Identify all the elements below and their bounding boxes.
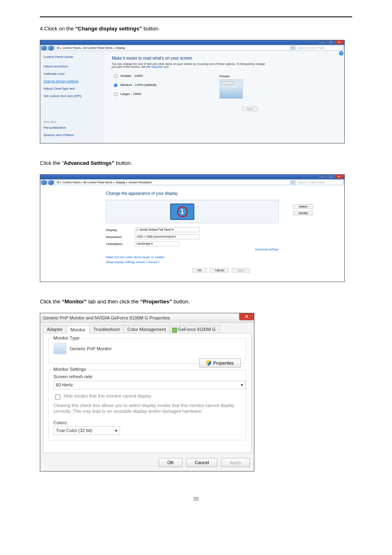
cancel-button[interactable]: Cancel [210,268,229,273]
ok-button[interactable]: OK [192,268,207,273]
nav-forward-icon[interactable] [48,180,54,185]
search-input[interactable]: Search Control Panel [296,46,343,50]
close-button[interactable]: ✕ [335,175,343,178]
step-2-text: Click the “Advanced Settings” button. [40,160,352,166]
monitor-icon [53,343,67,354]
shield-icon [206,360,211,366]
minimize-button[interactable]: – [318,175,327,178]
close-button[interactable]: ✕ [335,40,343,44]
sidebar-item-custom-dpi[interactable]: Set custom text size (DPI) [44,92,101,99]
minimize-button[interactable]: – [318,40,327,44]
colors-label: Colors: [53,420,241,425]
screenshot-display-panel: – □ ✕ ⚙▸ Control Panel▸ All Control Pane… [40,40,345,143]
monitor-name: Generic PnP Monitor [70,346,112,351]
tab-strip: Adapter Monitor Troubleshoot Color Manag… [40,323,254,333]
control-panel-home-link[interactable]: Control Panel Home [44,55,101,59]
link-larger-smaller[interactable]: Make text and other items larger or smal… [106,255,279,260]
monitor-type-group: Monitor Type Generic PnP Monitor Propert… [48,338,246,364]
apply-button[interactable]: Apply [242,106,258,111]
content-heading: Make it easier to read what's on your sc… [112,56,337,60]
display-label: Display: [106,228,135,232]
preview-area: Preview [219,75,243,99]
chevron-down-icon: ▾ [241,382,243,388]
sidebar-item-cleartype[interactable]: Adjust ClearType text [44,85,101,92]
sidebar-item-change-display-settings[interactable]: Change display settings [44,78,101,85]
dialog-title: Generic PnP Monitor and NVIDIA GeForce 9… [40,313,254,323]
hide-modes-label: Hide modes that this monitor cannot disp… [64,393,151,398]
sidebar-item-calibrate-color[interactable]: Calibrate color [44,70,101,77]
tab-color-management[interactable]: Color Management [123,325,170,333]
orientation-select[interactable]: Landscape ▾ [135,241,179,246]
resolution-select[interactable]: 1920 × 1080 (recommended) ▾ [135,234,200,239]
screenshot-monitor-properties: Generic PnP Monitor and NVIDIA GeForce 9… [40,313,254,472]
monitor-icon[interactable]: 1 [170,204,194,220]
resolution-label: Resolution: [106,235,135,239]
content-description: You can change the size of text and othe… [112,62,268,68]
chevron-down-icon: ▾ [115,428,118,433]
maximize-button[interactable]: □ [327,40,335,44]
window-titlebar: – □ ✕ [40,40,344,45]
close-button[interactable]: ✕ [239,313,254,320]
tab-monitor[interactable]: Monitor [67,326,90,333]
refresh-rate-select[interactable]: 60 Hertz▾ [53,381,246,389]
apply-button[interactable]: Apply [232,268,250,273]
breadcrumb[interactable]: ⚙▸ Control Panel▸ All Control Panel Item… [55,46,290,50]
properties-button[interactable]: Properties [199,358,241,368]
link-which-settings[interactable]: What display settings should I choose? [106,260,279,265]
window-titlebar: – □ ✕ [40,175,344,179]
ok-button[interactable]: OK [159,458,182,467]
monitor-preview-box: 1 Detect Identify [106,200,279,223]
nav-back-icon[interactable] [41,180,47,185]
sidebar-item-personalization[interactable]: Personalization [44,124,101,131]
step-3-text: Click the “Monitor” tab and then click t… [40,298,352,305]
preview-image [219,79,243,99]
detect-button[interactable]: Detect [293,204,313,209]
hide-modes-hint: Clearing this check box allows you to se… [53,402,241,414]
tab-adapter[interactable]: Adapter [43,325,67,333]
breadcrumb[interactable]: ⚙▸ Control Panel▸ All Control Panel Item… [55,180,290,185]
heading: Change the appearance of your display [106,191,279,196]
tab-geforce[interactable]: GeForce 9100M G [170,325,220,333]
maximize-button[interactable]: □ [327,175,335,178]
search-input[interactable]: Search Control Panel [296,180,343,185]
screenshot-screen-resolution: – □ ✕ ⚙▸ Control Panel▸ All Control Pane… [40,174,345,282]
orientation-label: Orientation: [106,242,135,246]
step-1-text: 4.Ckick on the “Change display settings”… [40,25,352,32]
sidebar-item-devices-printers[interactable]: Devices and Printers [44,132,101,139]
nav-back-icon[interactable] [41,46,47,51]
hide-modes-checkbox[interactable] [55,394,60,400]
tab-troubleshoot[interactable]: Troubleshoot [89,325,124,333]
sidebar-item-adjust-resolution[interactable]: Adjust resolution [44,63,101,70]
monitor-settings-group: Monitor Settings Screen refresh rate: 60… [48,370,246,440]
sidebar: Control Panel Home Adjust resolution Cal… [40,51,104,143]
refresh-label: Screen refresh rate: [53,374,241,379]
magnifier-link[interactable]: Magnifier [151,65,163,68]
nav-forward-icon[interactable] [48,46,54,51]
page-number: 35 [40,496,352,502]
cancel-button[interactable]: Cancel [186,458,217,467]
identify-button[interactable]: Identify [293,211,313,215]
apply-button[interactable]: Apply [221,458,250,467]
see-also-heading: See also [44,120,101,124]
display-select[interactable]: 1. Nvidia Default Flat Panel ▾ [135,227,200,232]
colors-select[interactable]: True Color (32 bit)▾ [53,426,120,435]
advanced-settings-link[interactable]: Advanced settings [106,248,279,251]
